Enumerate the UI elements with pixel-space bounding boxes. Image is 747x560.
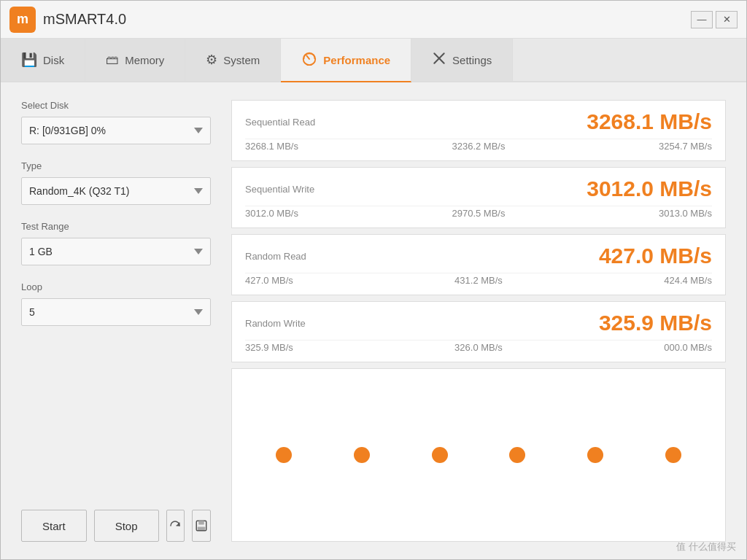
watermark: 值 什么值得买	[676, 540, 736, 553]
tab-disk-label: Disk	[43, 54, 64, 66]
metric-sub1-sequential-read: 3268.1 MB/s	[245, 141, 298, 152]
test-range-group: Test Range 1 GB	[21, 221, 211, 265]
main-content: Select Disk R: [0/931GB] 0% Type Random_…	[1, 82, 746, 559]
performance-icon	[301, 50, 317, 70]
memory-icon: 🗃	[106, 52, 119, 68]
loop-dropdown[interactable]: 5	[21, 298, 211, 326]
tab-memory[interactable]: 🗃 Memory	[85, 39, 185, 81]
metric-header-random-write: Random Write 325.9 MB/s	[245, 311, 712, 335]
test-range-dropdown[interactable]: 1 GB	[21, 238, 211, 265]
metric-sub1-sequential-write: 3012.0 MB/s	[245, 208, 298, 219]
metric-sub2-sequential-write: 2970.5 MB/s	[452, 208, 506, 219]
select-disk-group: Select Disk R: [0/931GB] 0%	[21, 100, 211, 144]
progress-dot-2	[354, 447, 370, 463]
window-controls: — ✕	[691, 11, 738, 28]
tab-disk[interactable]: 💾 Disk	[1, 39, 85, 81]
title-bar: m mSMART4.0 — ✕	[1, 1, 746, 39]
metric-sub2-random-write: 326.0 MB/s	[454, 342, 503, 353]
start-button[interactable]: Start	[21, 510, 87, 542]
save-button[interactable]	[192, 510, 211, 542]
svg-rect-5	[198, 527, 206, 531]
tab-system[interactable]: ⚙ System	[185, 39, 281, 81]
type-label: Type	[21, 160, 211, 171]
metric-sub3-sequential-read: 3254.7 MB/s	[659, 141, 712, 152]
tab-system-label: System	[223, 54, 260, 66]
loop-label: Loop	[21, 281, 211, 292]
metric-card-sequential-read: Sequential Read 3268.1 MB/s 3268.1 MB/s …	[231, 100, 726, 161]
left-panel: Select Disk R: [0/931GB] 0% Type Random_…	[21, 100, 211, 542]
metric-sub-values-random-read: 427.0 MB/s 431.2 MB/s 424.4 MB/s	[245, 273, 712, 286]
metric-sub2-random-read: 431.2 MB/s	[454, 275, 503, 286]
tab-memory-label: Memory	[125, 54, 164, 66]
progress-dot-5	[587, 447, 603, 463]
metric-sub2-sequential-read: 3236.2 MB/s	[452, 141, 506, 152]
title-left: m mSMART4.0	[9, 7, 126, 33]
select-disk-dropdown[interactable]: R: [0/931GB] 0%	[21, 117, 211, 144]
settings-icon	[432, 51, 446, 69]
progress-dot-3	[432, 447, 448, 463]
svg-rect-4	[198, 521, 204, 524]
tab-performance[interactable]: Performance	[281, 39, 411, 82]
metric-name-sequential-write: Sequential Write	[245, 184, 314, 195]
progress-dot-6	[665, 447, 681, 463]
metric-card-random-write: Random Write 325.9 MB/s 325.9 MB/s 326.0…	[231, 301, 726, 362]
metric-main-value-random-write: 325.9 MB/s	[599, 311, 712, 335]
app-window: m mSMART4.0 — ✕ 💾 Disk 🗃 Memory ⚙ System	[0, 0, 747, 560]
metric-card-random-read: Random Read 427.0 MB/s 427.0 MB/s 431.2 …	[231, 234, 726, 295]
tab-settings-label: Settings	[452, 54, 492, 66]
tabs-bar: 💾 Disk 🗃 Memory ⚙ System Performance	[1, 39, 746, 82]
stop-button[interactable]: Stop	[94, 510, 159, 542]
metric-sub1-random-read: 427.0 MB/s	[245, 275, 293, 286]
minimize-button[interactable]: —	[691, 11, 713, 28]
metric-card-sequential-write: Sequential Write 3012.0 MB/s 3012.0 MB/s…	[231, 167, 726, 228]
test-range-label: Test Range	[21, 221, 211, 232]
system-icon: ⚙	[206, 52, 217, 68]
right-panel: Sequential Read 3268.1 MB/s 3268.1 MB/s …	[231, 100, 726, 542]
metric-main-value-sequential-read: 3268.1 MB/s	[587, 109, 712, 134]
app-title: mSMART4.0	[43, 11, 126, 28]
refresh-button[interactable]	[166, 510, 185, 542]
app-logo: m	[9, 7, 36, 33]
progress-dot-4	[509, 447, 525, 463]
loop-group: Loop 5	[21, 281, 211, 326]
metric-sub3-random-write: 000.0 MB/s	[664, 342, 712, 353]
metric-sub-values-sequential-write: 3012.0 MB/s 2970.5 MB/s 3013.0 MB/s	[245, 206, 712, 219]
select-disk-label: Select Disk	[21, 100, 211, 111]
metric-main-value-sequential-write: 3012.0 MB/s	[587, 176, 712, 201]
metric-sub-values-random-write: 325.9 MB/s 326.0 MB/s 000.0 MB/s	[245, 340, 712, 353]
action-buttons: Start Stop	[21, 510, 211, 542]
type-dropdown[interactable]: Random_4K (Q32 T1)	[21, 177, 211, 205]
metric-sub1-random-write: 325.9 MB/s	[245, 342, 293, 353]
metric-header-sequential-read: Sequential Read 3268.1 MB/s	[245, 109, 712, 134]
tab-settings[interactable]: Settings	[411, 39, 513, 81]
metric-name-random-write: Random Write	[245, 318, 306, 329]
type-group: Type Random_4K (Q32 T1)	[21, 160, 211, 205]
metric-header-sequential-write: Sequential Write 3012.0 MB/s	[245, 176, 712, 201]
metric-sub3-sequential-write: 3013.0 MB/s	[659, 208, 712, 219]
close-button[interactable]: ✕	[716, 11, 738, 28]
disk-icon: 💾	[21, 52, 37, 68]
metric-header-random-read: Random Read 427.0 MB/s	[245, 244, 712, 268]
progress-dots	[231, 368, 726, 542]
tab-performance-label: Performance	[323, 54, 390, 66]
metric-sub3-random-read: 424.4 MB/s	[664, 275, 712, 286]
metric-main-value-random-read: 427.0 MB/s	[599, 244, 712, 268]
metric-name-random-read: Random Read	[245, 251, 306, 262]
progress-dot-1	[276, 447, 292, 463]
metric-name-sequential-read: Sequential Read	[245, 117, 315, 128]
metric-sub-values-sequential-read: 3268.1 MB/s 3236.2 MB/s 3254.7 MB/s	[245, 139, 712, 152]
